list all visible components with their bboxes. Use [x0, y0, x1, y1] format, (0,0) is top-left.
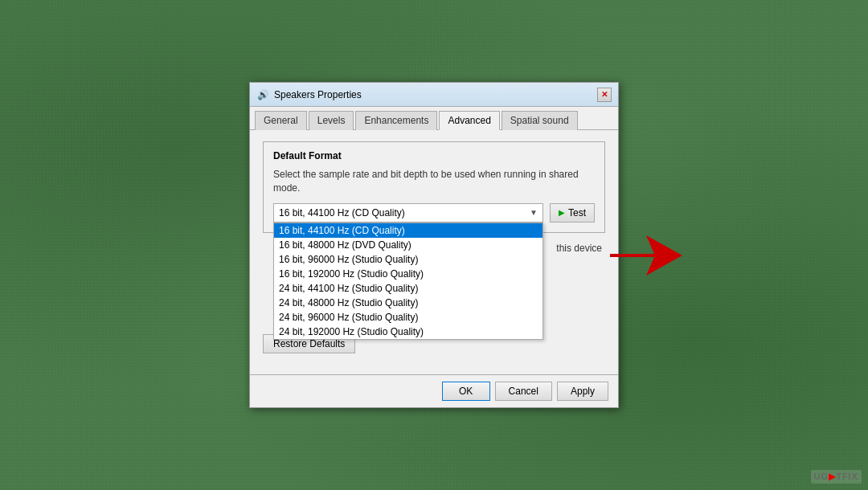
title-bar: 🔊 Speakers Properties ✕ [250, 83, 618, 107]
dropdown-item-6[interactable]: 24 bit, 96000 Hz (Studio Quality) [274, 310, 542, 325]
dropdown-item-1[interactable]: 16 bit, 48000 Hz (DVD Quality) [274, 238, 542, 252]
dropdown-item-4[interactable]: 24 bit, 44100 Hz (Studio Quality) [274, 281, 542, 296]
default-format-title: Default Format [273, 150, 595, 161]
dialog-footer: OK Cancel Apply [250, 374, 618, 407]
title-bar-left: 🔊 Speakers Properties [256, 88, 362, 101]
format-row: 16 bit, 44100 Hz (CD Quality) ▼ 16 bit, … [273, 203, 595, 223]
tab-spatial-sound[interactable]: Spatial sound [502, 111, 578, 130]
default-format-desc: Select the sample rate and bit depth to … [273, 168, 595, 195]
title-bar-controls: ✕ [597, 88, 612, 102]
apply-button[interactable]: Apply [557, 382, 608, 401]
selected-format-label: 16 bit, 44100 Hz (CD Quality) [279, 207, 405, 218]
speakers-properties-dialog: 🔊 Speakers Properties ✕ General Levels E… [249, 82, 619, 408]
test-button[interactable]: ▶ Test [550, 203, 595, 223]
dropdown-item-5[interactable]: 24 bit, 48000 Hz (Studio Quality) [274, 296, 542, 310]
dropdown-item-7[interactable]: 24 bit, 192000 Hz (Studio Quality) [274, 325, 542, 339]
svg-marker-0 [610, 235, 682, 276]
annotation-arrow [602, 231, 682, 282]
tab-advanced[interactable]: Advanced [439, 111, 499, 130]
tab-enhancements[interactable]: Enhancements [355, 111, 437, 130]
watermark: UG▶TFIX [811, 470, 862, 484]
close-button[interactable]: ✕ [597, 88, 612, 102]
default-format-section: Default Format Select the sample rate an… [263, 141, 605, 233]
ok-button[interactable]: OK [442, 382, 490, 401]
dropdown-item-2[interactable]: 16 bit, 96000 Hz (Studio Quality) [274, 252, 542, 267]
speakers-icon: 🔊 [256, 88, 269, 101]
dialog-title: Speakers Properties [274, 89, 362, 100]
format-dropdown-list: 16 bit, 44100 Hz (CD Quality) 16 bit, 48… [273, 223, 543, 340]
format-dropdown[interactable]: 16 bit, 44100 Hz (CD Quality) ▼ [273, 203, 543, 223]
format-select-container: 16 bit, 44100 Hz (CD Quality) ▼ 16 bit, … [273, 203, 543, 223]
tab-levels[interactable]: Levels [309, 111, 354, 130]
tab-bar: General Levels Enhancements Advanced Spa… [250, 107, 618, 130]
chevron-down-icon: ▼ [530, 208, 538, 217]
tab-general[interactable]: General [255, 111, 307, 130]
dialog-body: Default Format Select the sample rate an… [250, 130, 618, 374]
dropdown-item-0[interactable]: 16 bit, 44100 Hz (CD Quality) [274, 223, 542, 238]
cancel-button[interactable]: Cancel [495, 382, 552, 401]
play-icon: ▶ [559, 208, 565, 217]
test-label: Test [568, 207, 586, 218]
dropdown-item-3[interactable]: 16 bit, 192000 Hz (Studio Quality) [274, 267, 542, 281]
